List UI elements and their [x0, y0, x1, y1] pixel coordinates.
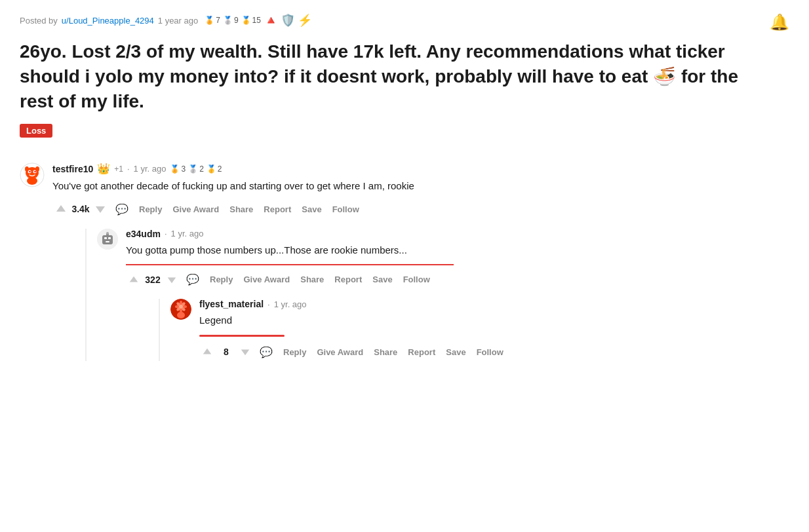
reply-1-body: e34udm · 1 yr. ago You gotta pump those … [126, 229, 789, 361]
posted-by-label: Posted by [20, 16, 58, 26]
reply-1-time: 1 yr. ago [171, 229, 204, 238]
svg-point-16 [106, 232, 109, 235]
reply-1-share-btn[interactable]: Share [296, 272, 328, 287]
extra-award-1: 🔺 [264, 13, 278, 28]
reply-2: flyest_material · 1 yr. ago Legend [170, 299, 789, 361]
post-flair[interactable]: Loss [20, 124, 52, 138]
award-3-emoji: 🥇 [241, 16, 251, 25]
reply-2-upvote[interactable] [199, 345, 215, 358]
award-1-emoji: 🏅 [205, 16, 214, 25]
reply-1: e34udm · 1 yr. ago You gotta pump those … [97, 229, 789, 361]
extra-award-3: ⚡ [298, 13, 312, 28]
reply-2-follow-btn[interactable]: Follow [473, 345, 507, 360]
award-1: 🏅 7 [205, 16, 220, 25]
reply-1-give-award-btn[interactable]: Give Award [239, 272, 294, 287]
svg-point-23 [183, 305, 187, 308]
reply-1-avatar [97, 229, 118, 250]
comment-1-follow-btn[interactable]: Follow [328, 202, 363, 217]
reply-1-votes: 322 [126, 273, 180, 286]
comment-1-votes: 3.4k [52, 202, 109, 216]
svg-point-28 [177, 312, 185, 318]
reply-2-share-btn[interactable]: Share [370, 345, 401, 360]
comment-1-actions: 3.4k 💬 Reply Give Award Share Report Sav… [52, 200, 789, 218]
svg-rect-12 [104, 237, 107, 239]
reply-2-report-btn[interactable]: Report [404, 345, 439, 360]
reply-1-follow-btn[interactable]: Follow [399, 272, 434, 287]
comment-1-username[interactable]: testfire10 [52, 164, 93, 174]
comment-1-upvote[interactable] [52, 202, 69, 216]
reply-2-text: Legend [199, 313, 789, 328]
award-1-count: 7 [216, 16, 220, 25]
reply-2-actions: 8 💬 Reply [199, 343, 789, 361]
svg-point-20 [180, 301, 182, 305]
comment-1-text: You've got another decade of fucking up … [52, 179, 789, 194]
reply-2-dot: · [267, 299, 270, 309]
c1-badge-1: 🏅 3 [170, 164, 186, 174]
reply-2-avatar [170, 299, 191, 320]
svg-rect-14 [106, 241, 109, 242]
comment-1-time: 1 yr. ago [134, 164, 167, 174]
comment-1-vote-count: 3.4k [71, 204, 90, 214]
comment-1-badges: 🏅 3 🥈 2 🥇 2 [170, 164, 222, 174]
reply-1-save-btn[interactable]: Save [368, 272, 396, 287]
post-title: 26yo. Lost 2/3 of my wealth. Still have … [20, 39, 770, 113]
post-author[interactable]: u/Loud_Pineapple_4294 [62, 16, 154, 26]
svg-point-9 [27, 177, 37, 185]
reply-1-downvote[interactable] [164, 273, 180, 286]
comment-1-award-icon: 👑 [97, 162, 110, 175]
reply-2-bar [199, 335, 285, 337]
reply-2-meta: flyest_material · 1 yr. ago [199, 299, 789, 309]
extra-award-2: 🛡️ [281, 13, 295, 28]
notification-bell-icon[interactable]: 🔔 [770, 13, 789, 31]
reply-1-divider [126, 264, 454, 265]
comment-1-save-btn[interactable]: Save [298, 202, 325, 217]
award-2-emoji: 🥈 [223, 16, 233, 25]
comment-1-give-award-btn[interactable]: Give Award [168, 202, 223, 217]
comment-1-reply-btn[interactable]: Reply [135, 202, 166, 217]
svg-point-5 [29, 171, 30, 172]
reply-2-body: flyest_material · 1 yr. ago Legend [199, 299, 789, 361]
comment-1: testfire10 👑 +1 · 1 yr. ago 🏅 3 🥈 2 🥇 2 … [20, 162, 789, 361]
reply-2-save-btn[interactable]: Save [442, 345, 469, 360]
reply-1-reply-btn[interactable]: Reply [206, 272, 237, 287]
comment-1-reply-icon[interactable]: 💬 [111, 200, 132, 218]
svg-rect-13 [108, 237, 111, 239]
comment-1-report-btn[interactable]: Report [260, 202, 295, 217]
award-2-count: 9 [234, 16, 239, 25]
reply-2-give-award-btn[interactable]: Give Award [313, 345, 367, 360]
reply-2-downvote[interactable] [237, 345, 253, 358]
svg-point-6 [34, 171, 35, 172]
comment-1-dot: · [127, 164, 130, 174]
comment-1-avatar [20, 162, 45, 187]
post-meta: Posted by u/Loud_Pineapple_4294 1 year a… [20, 13, 770, 28]
comment-1-share-btn[interactable]: Share [226, 202, 257, 217]
svg-rect-11 [102, 235, 113, 244]
reply-1-dot: · [165, 229, 167, 238]
reply-1-report-btn[interactable]: Report [330, 272, 366, 287]
c1-badge-2: 🥈 2 [188, 164, 204, 174]
reply-1-actions: 322 💬 Reply Give Award Share [126, 271, 789, 288]
reply-2-container: flyest_material · 1 yr. ago Legend [159, 299, 789, 361]
post-awards: 🏅 7 🥈 9 🥇 15 🔺 🛡️ ⚡ [205, 13, 312, 28]
reply-2-vote-count: 8 [216, 347, 236, 357]
comment-1-meta: testfire10 👑 +1 · 1 yr. ago 🏅 3 🥈 2 🥇 2 [52, 162, 789, 175]
svg-point-7 [25, 166, 29, 172]
comment-1-body: testfire10 👑 +1 · 1 yr. ago 🏅 3 🥈 2 🥇 2 … [52, 162, 789, 361]
reply-2-reply-icon[interactable]: 💬 [256, 343, 277, 361]
reply-1-container: e34udm · 1 yr. ago You gotta pump those … [85, 229, 789, 361]
reply-2-reply-btn[interactable]: Reply [279, 345, 310, 360]
award-2: 🥈 9 [223, 16, 239, 25]
comments-section: testfire10 👑 +1 · 1 yr. ago 🏅 3 🥈 2 🥇 2 … [20, 162, 789, 361]
reply-1-username[interactable]: e34udm [126, 229, 161, 239]
svg-point-22 [175, 305, 179, 308]
reply-1-vote-count: 322 [143, 275, 163, 285]
reply-1-text: You gotta pump those numbers up...Those … [126, 243, 789, 258]
reply-1-upvote[interactable] [126, 273, 142, 286]
reply-1-reply-icon[interactable]: 💬 [182, 271, 203, 288]
svg-point-8 [35, 166, 39, 172]
reply-2-username[interactable]: flyest_material [199, 299, 264, 309]
reply-1-meta: e34udm · 1 yr. ago [126, 229, 789, 239]
post-time: 1 year ago [158, 16, 198, 26]
award-3: 🥇 15 [241, 16, 261, 25]
comment-1-downvote[interactable] [92, 202, 109, 216]
